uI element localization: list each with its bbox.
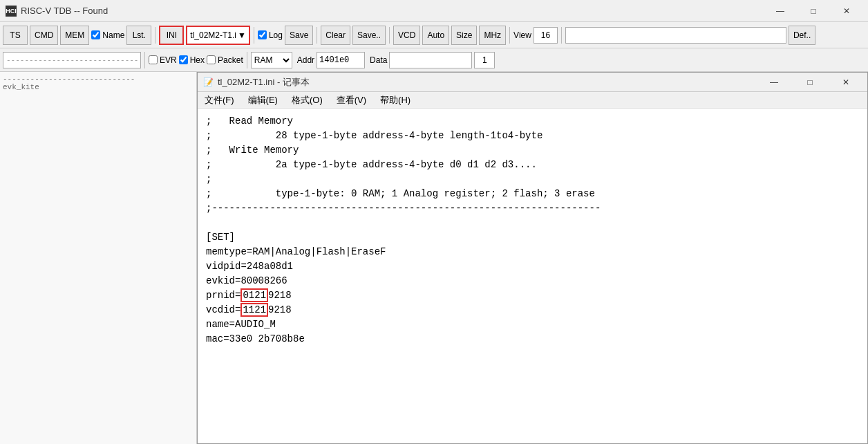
separator-6 [561,27,562,44]
content-area: ----------------------------- evk_kite 📝… [0,72,868,444]
window-controls: — □ ✕ [764,1,862,21]
mhz-button[interactable]: MHz [479,26,506,45]
lst-button[interactable]: Lst. [126,26,151,45]
notepad-close[interactable]: ✕ [830,72,862,93]
def-button[interactable]: Def.. [789,26,815,45]
left-panel-dashes: ----------------------------- [3,75,194,83]
close-button[interactable]: ✕ [831,1,862,21]
hex-checkbox[interactable] [179,55,188,64]
view-label: View [513,30,531,40]
evr-checkbox-label[interactable]: EVR [149,55,177,65]
addr-label: Addr [297,55,314,65]
maximize-button[interactable]: □ [798,1,829,21]
title-bar-left: HCI RISC-V TDB -- Found [6,6,108,17]
data-label: Data [370,55,387,65]
cmd-button[interactable]: CMD [30,26,58,45]
vcd-button[interactable]: VCD [393,26,420,45]
packet-checkbox[interactable] [207,55,216,64]
menu-file[interactable]: 文件(F) [198,92,241,108]
separator-5 [509,27,510,44]
packet-label: Packet [218,55,243,65]
hex-label: Hex [190,55,205,65]
separator-2 [254,27,254,44]
size-button[interactable]: Size [451,26,477,45]
separator-7 [144,52,145,68]
auto-button[interactable]: Auto [422,26,449,45]
hex-checkbox-label[interactable]: Hex [179,55,205,65]
ram-select[interactable]: RAM Analog Flash Erase [251,52,292,68]
log-checkbox-label[interactable]: Log [258,30,283,40]
save-button[interactable]: Save [285,26,313,45]
status-display: ----------------------------- [3,52,141,68]
name-checkbox[interactable] [91,30,100,39]
app-icon: HCI [6,6,17,17]
data-input[interactable] [389,52,472,68]
addr-input[interactable] [317,52,365,68]
notepad-maximize[interactable]: □ [794,72,826,93]
separator-4 [389,27,390,44]
notepad-titlebar: 📝 tl_02M2-T1.ini - 记事本 — □ ✕ [198,73,867,92]
menu-format[interactable]: 格式(O) [285,92,330,108]
savedots-button[interactable]: Save.. [352,26,386,45]
chevron-down-icon: ▼ [238,30,246,40]
menu-view[interactable]: 查看(V) [330,92,373,108]
content-line-1: ; Read Memory ; 28 type-1-byte address-4… [206,115,601,344]
count-input[interactable] [474,52,495,68]
evr-checkbox[interactable] [149,55,158,64]
notepad-window: 📝 tl_02M2-T1.ini - 记事本 — □ ✕ 文件(F) 编辑(E)… [197,72,868,444]
file-dropdown[interactable]: tl_02M2-T1.i ▼ [186,26,250,45]
menu-help[interactable]: 帮助(H) [373,92,417,108]
menu-edit[interactable]: 编辑(E) [241,92,285,108]
name-checkbox-label[interactable]: Name [91,30,124,40]
path-input[interactable]: E:\007_Project\002_Telink\001_LLMIC\00 [565,27,786,44]
notepad-menu: 文件(F) 编辑(E) 格式(O) 查看(V) 帮助(H) [198,92,867,109]
notepad-content[interactable]: ; Read Memory ; 28 type-1-byte address-4… [198,109,867,443]
notepad-title: tl_02M2-T1.ini - 记事本 [218,76,754,89]
separator-3 [317,27,317,44]
packet-checkbox-label[interactable]: Packet [207,55,243,65]
minimize-button[interactable]: — [764,1,796,21]
view-input[interactable] [534,27,558,44]
notepad-minimize[interactable]: — [758,72,790,93]
separator-8 [247,52,247,68]
ini-button[interactable]: INI [159,26,184,45]
left-panel-evk: evk_kite [3,83,194,91]
toolbar-secondary: ----------------------------- EVR Hex Pa… [0,48,868,72]
right-panel: 📝 tl_02M2-T1.ini - 记事本 — □ ✕ 文件(F) 编辑(E)… [197,72,868,444]
name-label: Name [102,30,124,40]
dash-line: ----------------------------- [6,56,138,64]
ts-button[interactable]: TS [3,26,28,45]
clear-button[interactable]: Clear [321,26,350,45]
log-label: Log [269,30,283,40]
left-panel: ----------------------------- evk_kite [0,72,197,444]
toolbar-main: TS CMD MEM Name Lst. INI tl_02M2-T1.i ▼ … [0,22,868,48]
log-checkbox[interactable] [258,30,267,39]
mem-button[interactable]: MEM [60,26,89,45]
window-title: RISC-V TDB -- Found [21,6,108,16]
separator-1 [155,27,155,44]
evr-label: EVR [160,55,177,65]
file-dropdown-label: tl_02M2-T1.i [190,30,236,40]
title-bar: HCI RISC-V TDB -- Found — □ ✕ [0,0,868,22]
